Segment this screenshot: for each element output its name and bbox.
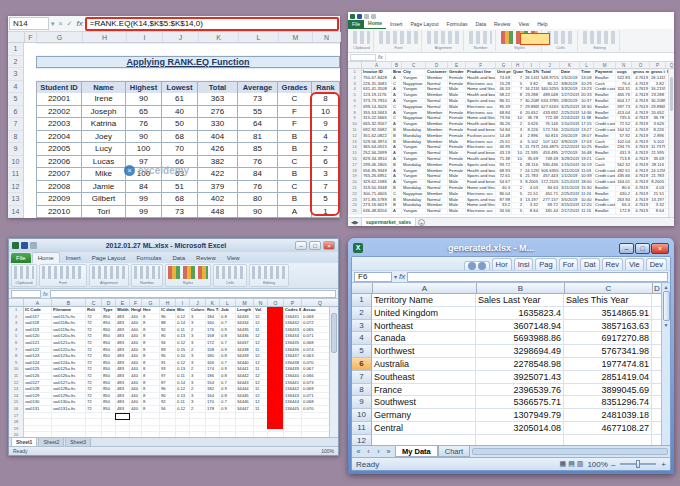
cell[interactable]: 8351296.74 (564, 396, 652, 409)
cancel-icon[interactable]: × (57, 20, 65, 27)
ribbon-buttons-icon[interactable] (547, 31, 574, 44)
cell[interactable]: C (278, 93, 312, 106)
close-button[interactable]: × (323, 241, 335, 250)
cell[interactable]: 22010 (36, 206, 82, 219)
scroll-up-icon[interactable]: ▲ (664, 284, 669, 290)
view-mode-icon[interactable]: ▤ (567, 460, 576, 468)
cell[interactable]: 22007 (36, 168, 82, 181)
column-letter[interactable]: P (650, 62, 666, 68)
cell[interactable]: Southeast (372, 371, 476, 384)
ribbon-tab[interactable]: Hor (492, 258, 512, 270)
ribbon-buttons-icon[interactable] (168, 266, 208, 279)
cell[interactable] (652, 358, 661, 371)
zoom-level[interactable]: 100% (587, 460, 607, 469)
cell[interactable]: 2481039.18 (564, 409, 652, 422)
cell[interactable] (652, 409, 661, 422)
cell[interactable]: 1635823.4 (476, 307, 564, 320)
column-letter[interactable]: O (268, 299, 284, 306)
cell[interactable]: 330 (198, 118, 238, 131)
ribbon-tab[interactable]: Rev (602, 258, 623, 270)
ribbon-tab[interactable]: View (514, 20, 533, 29)
formula-input[interactable] (50, 290, 336, 298)
cell[interactable]: 76 (238, 156, 278, 169)
column-letter[interactable]: A (373, 283, 477, 293)
row-header[interactable]: 8 (352, 384, 372, 397)
column-letter[interactable]: G (142, 299, 160, 306)
new-sheet-icon[interactable]: + (418, 219, 425, 226)
column-letter[interactable]: M (236, 299, 254, 306)
cell[interactable]: 379 (198, 181, 238, 194)
sheet-nav-arrow-icon[interactable]: ▶ (355, 219, 359, 225)
cell[interactable]: C (278, 156, 312, 169)
column-letter[interactable]: H (160, 299, 176, 306)
column-letter[interactable]: F (466, 62, 496, 68)
row-header[interactable]: 11 (8, 168, 23, 181)
cell[interactable]: 3607148.94 (476, 320, 564, 333)
cell[interactable] (372, 435, 476, 445)
ribbon-buttons-icon[interactable] (353, 31, 370, 44)
formula-input[interactable] (407, 272, 668, 282)
cell[interactable]: 22006 (36, 156, 82, 169)
cell[interactable]: 22002 (36, 106, 82, 119)
scrollbar-thumb[interactable] (331, 313, 337, 353)
row-header[interactable]: 14 (8, 206, 23, 219)
row-header[interactable]: 9 (8, 143, 23, 156)
cell[interactable]: 55 (238, 106, 278, 119)
cell[interactable]: 5693988.86 (476, 332, 564, 345)
cell[interactable]: Southwest (372, 396, 476, 409)
row-header[interactable]: 3 (352, 320, 372, 333)
undo-icon[interactable] (30, 242, 37, 249)
column-letter[interactable]: C (565, 283, 653, 293)
cell[interactable]: Joey (82, 131, 126, 144)
cell[interactable]: 84 (238, 168, 278, 181)
row-header[interactable]: 4 (8, 81, 23, 94)
cell[interactable]: Sales This Year (564, 294, 652, 307)
row-header[interactable]: 10 (352, 409, 372, 422)
ribbon-buttons-icon[interactable] (216, 266, 244, 279)
cell[interactable]: 22003 (36, 118, 82, 131)
cell[interactable] (652, 422, 661, 435)
enter-icon[interactable]: ✓ (65, 20, 75, 28)
cell[interactable]: B (278, 168, 312, 181)
column-letter[interactable]: N (254, 299, 268, 306)
sheet-nav-arrow-icon[interactable]: « (354, 447, 363, 457)
minimize-button[interactable]: – (619, 243, 634, 254)
name-box[interactable] (350, 54, 376, 61)
row-header[interactable]: 1 (8, 43, 23, 56)
cell[interactable]: 40 (162, 106, 198, 119)
name-box[interactable]: F6 (354, 272, 392, 282)
vertical-scrollbar[interactable] (668, 69, 674, 217)
ribbon-tab[interactable]: Formulas (443, 20, 472, 29)
cell[interactable]: Germany (372, 409, 476, 422)
minimize-button[interactable]: – (295, 241, 307, 250)
column-letter[interactable]: J (190, 299, 206, 306)
fx-icon[interactable]: fx (378, 54, 383, 60)
column-letter[interactable]: H (512, 62, 524, 68)
cell[interactable]: 84 (126, 181, 162, 194)
cell[interactable]: 90 (126, 131, 162, 144)
cell[interactable]: Lucas (82, 156, 126, 169)
zoom-slider[interactable] (620, 463, 656, 465)
cell[interactable]: 76 (126, 118, 162, 131)
ribbon-tab[interactable]: View (222, 253, 245, 263)
ribbon-tab[interactable]: Vie (625, 258, 644, 270)
cell[interactable]: 6917270.88 (564, 332, 652, 345)
ribbon-buttons-icon[interactable] (469, 31, 492, 44)
cell[interactable]: 276 (198, 106, 238, 119)
row-header[interactable]: 4 (352, 332, 372, 345)
cell[interactable]: 65 (126, 106, 162, 119)
column-letter[interactable]: I (524, 62, 540, 68)
cell[interactable]: 4677108.27 (564, 422, 652, 435)
ribbon-tab[interactable]: Insert (386, 20, 407, 29)
cell[interactable]: 1977474.81 (564, 358, 652, 371)
cell[interactable]: 5767341.98 (564, 345, 652, 358)
vertical-scrollbar[interactable]: ▲ ▼ (661, 283, 670, 445)
ribbon-tab[interactable]: Home (32, 252, 60, 263)
cell[interactable]: F (278, 118, 312, 131)
ribbon-buttons-icon[interactable] (252, 266, 286, 279)
cell[interactable]: 22009 (36, 193, 82, 206)
sheet-tab[interactable]: supermarket_sales (361, 218, 416, 227)
cell[interactable]: Sales Last Year (476, 294, 564, 307)
column-letter[interactable]: B (52, 299, 86, 306)
ribbon-tab[interactable]: Insi (514, 258, 534, 270)
